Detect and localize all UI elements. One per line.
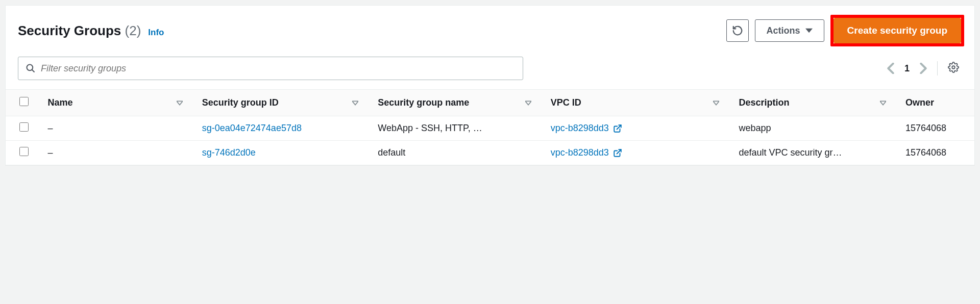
- search-input[interactable]: [41, 63, 516, 74]
- sort-icon: [525, 100, 531, 106]
- gear-icon: [948, 62, 959, 73]
- external-link-icon: [613, 124, 622, 133]
- settings-button[interactable]: [948, 62, 959, 75]
- col-label: Security group ID: [202, 97, 279, 108]
- create-button-highlight: Create security group: [830, 15, 964, 46]
- cell-owner: 15764068: [900, 141, 974, 165]
- next-page-button[interactable]: [920, 63, 927, 74]
- info-link[interactable]: Info: [148, 28, 164, 38]
- search-icon: [26, 63, 36, 73]
- cell-desc: default VPC security gr…: [733, 141, 900, 165]
- cell-desc: webapp: [733, 116, 900, 141]
- security-groups-panel: Security Groups (2) Info Actions Create …: [5, 5, 975, 166]
- col-label: Name: [48, 97, 73, 108]
- cell-vpc: vpc-b8298dd3: [546, 116, 734, 141]
- cell-sgname: default: [373, 141, 545, 165]
- actions-label: Actions: [767, 26, 800, 36]
- col-header-sgid[interactable]: Security group ID: [197, 90, 373, 116]
- sort-icon: [177, 100, 183, 106]
- svg-marker-7: [713, 101, 719, 105]
- title-text: Security Groups: [18, 23, 121, 38]
- row-checkbox[interactable]: [19, 147, 29, 156]
- col-header-desc[interactable]: Description: [733, 90, 900, 116]
- cell-sgid: sg-746d2d0e: [197, 141, 373, 165]
- svg-line-10: [617, 149, 621, 154]
- security-group-id-link[interactable]: sg-0ea04e72474ae57d8: [202, 123, 302, 133]
- cell-sgname: WebApp - SSH, HTTP, …: [373, 116, 545, 141]
- cell-vpc: vpc-b8298dd3: [546, 141, 734, 165]
- row-checkbox[interactable]: [19, 122, 29, 132]
- actions-button[interactable]: Actions: [755, 19, 824, 42]
- col-header-vpc[interactable]: VPC ID: [546, 90, 734, 116]
- svg-marker-5: [352, 101, 358, 105]
- select-all-checkbox[interactable]: [19, 97, 29, 106]
- svg-line-2: [32, 70, 35, 72]
- col-header-name[interactable]: Name: [43, 90, 197, 116]
- sort-icon: [352, 100, 358, 106]
- divider: [937, 61, 938, 75]
- cell-sgid: sg-0ea04e72474ae57d8: [197, 116, 373, 141]
- external-link-icon: [613, 148, 622, 158]
- col-header-owner[interactable]: Owner: [900, 90, 974, 116]
- col-label: VPC ID: [551, 97, 581, 108]
- prev-page-button[interactable]: [887, 63, 894, 74]
- row-select-cell: [6, 141, 43, 165]
- vpc-id-link[interactable]: vpc-b8298dd3: [551, 147, 609, 158]
- pager-area: 1: [887, 61, 962, 75]
- search-box[interactable]: [18, 57, 523, 80]
- sort-icon: [713, 100, 719, 106]
- svg-marker-8: [880, 101, 886, 105]
- col-header-sgname[interactable]: Security group name: [373, 90, 545, 116]
- col-label: Security group name: [378, 97, 469, 108]
- svg-marker-6: [525, 101, 531, 105]
- refresh-icon: [732, 25, 743, 36]
- svg-marker-4: [177, 101, 183, 105]
- refresh-button[interactable]: [726, 19, 749, 42]
- page-title: Security Groups (2): [18, 23, 141, 39]
- cell-name: –: [43, 141, 197, 165]
- item-count: (2): [125, 23, 141, 38]
- security-group-id-link[interactable]: sg-746d2d0e: [202, 147, 256, 158]
- svg-marker-0: [805, 29, 813, 33]
- panel-header: Security Groups (2) Info Actions Create …: [6, 6, 974, 54]
- row-select-cell: [6, 116, 43, 141]
- select-all-header: [6, 90, 43, 116]
- svg-point-3: [952, 66, 955, 69]
- pager: 1: [887, 63, 927, 74]
- sort-icon: [880, 100, 886, 106]
- table-header-row: Name Security group ID Security group na…: [6, 90, 974, 116]
- table-row[interactable]: – sg-746d2d0e default vpc-b8298dd3 defau…: [6, 141, 974, 165]
- vpc-id-link[interactable]: vpc-b8298dd3: [551, 123, 609, 134]
- create-security-group-button[interactable]: Create security group: [834, 18, 961, 43]
- security-groups-table: Name Security group ID Security group na…: [6, 89, 974, 165]
- cell-name: –: [43, 116, 197, 141]
- title-block: Security Groups (2) Info: [18, 23, 164, 39]
- header-actions: Actions Create security group: [726, 15, 964, 46]
- table-row[interactable]: – sg-0ea04e72474ae57d8 WebApp - SSH, HTT…: [6, 116, 974, 141]
- col-label: Owner: [905, 97, 934, 108]
- caret-down-icon: [805, 27, 813, 34]
- svg-line-9: [617, 125, 621, 129]
- page-number: 1: [904, 63, 910, 74]
- svg-point-1: [27, 65, 33, 71]
- cell-owner: 15764068: [900, 116, 974, 141]
- filter-row: 1: [6, 54, 974, 89]
- col-label: Description: [739, 97, 789, 108]
